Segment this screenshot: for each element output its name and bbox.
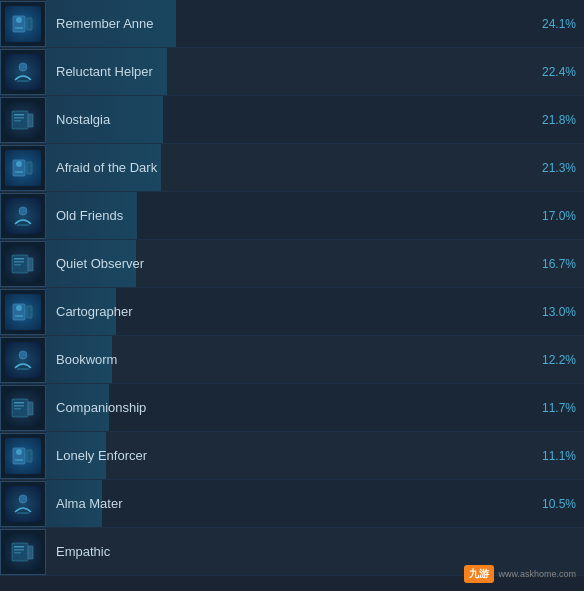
jiuyou-logo: 九游 xyxy=(464,565,494,583)
achievement-icon-nostalgia xyxy=(0,97,46,143)
achievement-content-companionship: Companionship 11.7% xyxy=(46,384,584,431)
achievement-icon-quiet-observer xyxy=(0,241,46,287)
achievement-name-lonely-enforcer: Lonely Enforcer xyxy=(46,448,147,463)
achievement-row-old-friends[interactable]: Old Friends 17.0% xyxy=(0,192,584,240)
svg-rect-24 xyxy=(15,315,23,317)
achievement-percent-quiet-observer: 16.7% xyxy=(542,257,576,271)
icon-figure-nostalgia xyxy=(5,102,41,138)
achievement-name-companionship: Companionship xyxy=(46,400,146,415)
achievement-name-reluctant-helper: Reluctant Helper xyxy=(46,64,153,79)
icon-figure-lonely-enforcer xyxy=(5,438,41,474)
svg-rect-30 xyxy=(14,405,24,407)
achievement-percent-reluctant-helper: 22.4% xyxy=(542,65,576,79)
achievement-icon-reluctant-helper xyxy=(0,49,46,95)
achievement-content-alma-mater: Alma Mater 10.5% xyxy=(46,480,584,527)
achievement-name-afraid-of-the-dark: Afraid of the Dark xyxy=(46,160,157,175)
svg-rect-20 xyxy=(14,264,21,266)
svg-rect-36 xyxy=(27,450,32,462)
achievement-content-bookworm: Bookworm 12.2% xyxy=(46,336,584,383)
svg-rect-8 xyxy=(14,117,24,119)
achievement-content-remember-anne: Remember Anne 24.1% xyxy=(46,0,584,47)
achievement-percent-bookworm: 12.2% xyxy=(542,353,576,367)
svg-rect-43 xyxy=(28,546,33,559)
svg-rect-10 xyxy=(28,114,33,127)
icon-figure-empathic xyxy=(5,534,41,570)
svg-rect-13 xyxy=(15,171,23,173)
achievement-name-empathic: Empathic xyxy=(46,544,110,559)
achievement-name-remember-anne: Remember Anne xyxy=(46,16,154,31)
achievement-content-nostalgia: Nostalgia 21.8% xyxy=(46,96,584,143)
svg-point-23 xyxy=(16,305,22,311)
achievement-percent-afraid-of-the-dark: 21.3% xyxy=(542,161,576,175)
achievement-content-cartographer: Cartographer 13.0% xyxy=(46,288,584,335)
achievement-percent-old-friends: 17.0% xyxy=(542,209,576,223)
achievement-content-afraid-of-the-dark: Afraid of the Dark 21.3% xyxy=(46,144,584,191)
achievement-row-bookworm[interactable]: Bookworm 12.2% xyxy=(0,336,584,384)
svg-rect-29 xyxy=(14,402,24,404)
achievement-percent-companionship: 11.7% xyxy=(542,401,576,415)
achievement-list: Remember Anne 24.1% Reluctant Helper 22.… xyxy=(0,0,584,576)
svg-rect-25 xyxy=(27,306,32,318)
svg-rect-7 xyxy=(14,114,24,116)
svg-rect-40 xyxy=(14,546,24,548)
achievement-icon-empathic xyxy=(0,529,46,575)
achievement-content-quiet-observer: Quiet Observer 16.7% xyxy=(46,240,584,287)
achievement-icon-cartographer xyxy=(0,289,46,335)
achievement-row-remember-anne[interactable]: Remember Anne 24.1% xyxy=(0,0,584,48)
icon-figure-quiet-observer xyxy=(5,246,41,282)
achievement-row-nostalgia[interactable]: Nostalgia 21.8% xyxy=(0,96,584,144)
icon-figure-afraid-of-the-dark xyxy=(5,150,41,186)
watermark-url: www.askhome.com xyxy=(498,569,576,579)
achievement-content-lonely-enforcer: Lonely Enforcer 11.1% xyxy=(46,432,584,479)
achievement-row-quiet-observer[interactable]: Quiet Observer 16.7% xyxy=(0,240,584,288)
svg-rect-9 xyxy=(14,120,21,122)
svg-point-37 xyxy=(19,495,27,503)
achievement-percent-lonely-enforcer: 11.1% xyxy=(542,449,576,463)
achievement-percent-nostalgia: 21.8% xyxy=(542,113,576,127)
svg-rect-42 xyxy=(14,552,21,554)
svg-rect-35 xyxy=(15,459,23,461)
svg-rect-38 xyxy=(17,512,29,514)
icon-figure-cartographer xyxy=(5,294,41,330)
achievement-name-bookworm: Bookworm xyxy=(46,352,117,367)
svg-rect-16 xyxy=(17,224,29,226)
svg-rect-19 xyxy=(14,261,24,263)
achievement-row-lonely-enforcer[interactable]: Lonely Enforcer 11.1% xyxy=(0,432,584,480)
svg-rect-32 xyxy=(28,402,33,415)
achievement-icon-alma-mater xyxy=(0,481,46,527)
achievement-content-old-friends: Old Friends 17.0% xyxy=(46,192,584,239)
achievement-name-alma-mater: Alma Mater xyxy=(46,496,122,511)
icon-figure-remember-anne xyxy=(5,6,41,42)
achievement-icon-companionship xyxy=(0,385,46,431)
achievement-row-cartographer[interactable]: Cartographer 13.0% xyxy=(0,288,584,336)
achievement-icon-bookworm xyxy=(0,337,46,383)
svg-point-34 xyxy=(16,449,22,455)
svg-rect-3 xyxy=(27,18,32,30)
svg-rect-41 xyxy=(14,549,24,551)
icon-figure-alma-mater xyxy=(5,486,41,522)
icon-figure-old-friends xyxy=(5,198,41,234)
svg-rect-14 xyxy=(27,162,32,174)
achievement-icon-lonely-enforcer xyxy=(0,433,46,479)
achievement-name-cartographer: Cartographer xyxy=(46,304,133,319)
achievement-row-reluctant-helper[interactable]: Reluctant Helper 22.4% xyxy=(0,48,584,96)
icon-figure-companionship xyxy=(5,390,41,426)
svg-rect-31 xyxy=(14,408,21,410)
achievement-icon-remember-anne xyxy=(0,1,46,47)
achievement-icon-old-friends xyxy=(0,193,46,239)
svg-rect-27 xyxy=(17,368,29,370)
svg-rect-5 xyxy=(17,80,29,82)
achievement-name-quiet-observer: Quiet Observer xyxy=(46,256,144,271)
icon-figure-reluctant-helper xyxy=(5,54,41,90)
achievement-percent-alma-mater: 10.5% xyxy=(542,497,576,511)
svg-rect-18 xyxy=(14,258,24,260)
achievement-row-afraid-of-the-dark[interactable]: Afraid of the Dark 21.3% xyxy=(0,144,584,192)
svg-point-1 xyxy=(16,17,22,23)
achievement-content-reluctant-helper: Reluctant Helper 22.4% xyxy=(46,48,584,95)
achievement-row-companionship[interactable]: Companionship 11.7% xyxy=(0,384,584,432)
icon-figure-bookworm xyxy=(5,342,41,378)
achievement-icon-afraid-of-the-dark xyxy=(0,145,46,191)
achievement-percent-remember-anne: 24.1% xyxy=(542,17,576,31)
achievement-row-alma-mater[interactable]: Alma Mater 10.5% xyxy=(0,480,584,528)
achievement-name-old-friends: Old Friends xyxy=(46,208,123,223)
